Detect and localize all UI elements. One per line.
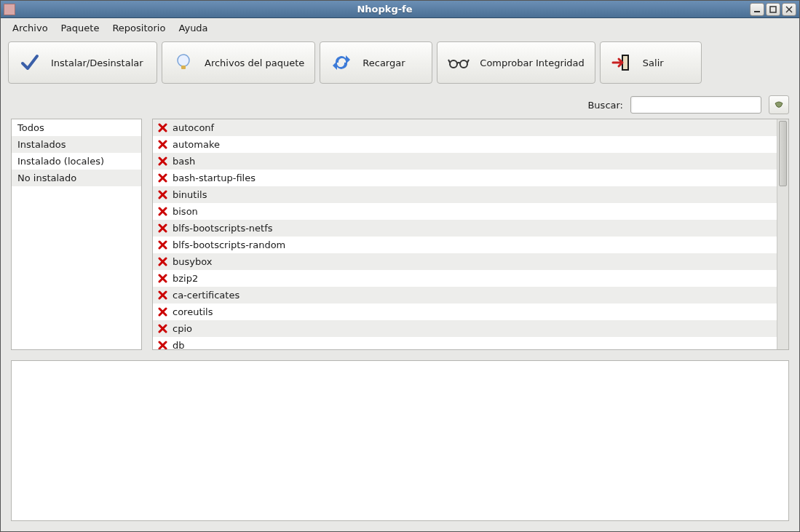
install-uninstall-button[interactable]: Instalar/Desinstalar <box>8 41 157 84</box>
clear-search-button[interactable] <box>769 95 789 114</box>
not-installed-icon <box>157 273 168 284</box>
package-name: bzip2 <box>173 273 198 284</box>
package-row[interactable]: db <box>153 337 777 349</box>
package-name: busybox <box>173 256 212 267</box>
integrity-label: Comprobar Integridad <box>480 57 585 68</box>
menu-paquete[interactable]: Paquete <box>55 20 106 36</box>
toolbar: Instalar/Desinstalar Archivos del paquet… <box>1 37 799 91</box>
sidebar-item-label: Instalados <box>17 139 66 150</box>
not-installed-icon <box>157 122 168 133</box>
package-name: binutils <box>173 189 207 200</box>
detail-pane <box>11 360 789 521</box>
svg-rect-5 <box>181 65 186 69</box>
maximize-icon <box>769 6 777 13</box>
package-row[interactable]: ca-certificates <box>153 287 777 303</box>
not-installed-icon <box>157 239 168 250</box>
install-label: Instalar/Desinstalar <box>51 57 143 68</box>
package-name: db <box>173 340 185 349</box>
sidebar-item-label: Todos <box>17 122 44 133</box>
package-scrollbar[interactable] <box>777 119 788 349</box>
filter-sidebar: Todos Instalados Instalado (locales) No … <box>11 119 142 350</box>
sidebar-item-todos[interactable]: Todos <box>12 119 141 136</box>
package-name: blfs-bootscripts-netfs <box>173 223 273 234</box>
titlebar: Nhopkg-fe <box>1 1 799 18</box>
package-row[interactable]: automake <box>153 136 777 153</box>
scroll-thumb[interactable] <box>779 121 787 186</box>
sidebar-item-instalado-locales[interactable]: Instalado (locales) <box>12 153 141 170</box>
reload-label: Recargar <box>363 57 405 68</box>
exit-icon <box>611 52 633 74</box>
exit-button[interactable]: Salir <box>600 41 702 84</box>
sidebar-item-label: Instalado (locales) <box>17 156 104 167</box>
sidebar-item-label: No instalado <box>17 172 76 183</box>
svg-line-8 <box>448 60 450 63</box>
package-files-button[interactable]: Archivos del paquete <box>162 41 315 84</box>
not-installed-icon <box>157 172 168 183</box>
menubar: Archivo Paquete Repositorio Ayuda <box>1 18 799 37</box>
svg-rect-1 <box>770 7 776 12</box>
check-integrity-button[interactable]: Comprobar Integridad <box>437 41 595 84</box>
menu-repositorio[interactable]: Repositorio <box>106 20 171 36</box>
package-row[interactable]: blfs-bootscripts-random <box>153 237 777 253</box>
minimize-icon <box>753 6 761 13</box>
close-icon <box>785 6 793 13</box>
not-installed-icon <box>157 139 168 150</box>
package-name: bash-startup-files <box>173 172 256 183</box>
reload-button[interactable]: Recargar <box>320 41 432 84</box>
package-name: ca-certificates <box>173 290 239 301</box>
package-name: autoconf <box>173 122 214 133</box>
package-name: automake <box>173 139 220 150</box>
svg-point-6 <box>450 60 457 68</box>
package-row[interactable]: bison <box>153 203 777 220</box>
package-row[interactable]: cpio <box>153 320 777 337</box>
sidebar-item-instalados[interactable]: Instalados <box>12 136 141 153</box>
app-window: Nhopkg-fe Archivo Paquete Repositorio Ay… <box>0 0 800 532</box>
not-installed-icon <box>157 223 168 234</box>
package-row[interactable]: autoconf <box>153 119 777 136</box>
package-list[interactable]: autoconfautomakebashbash-startup-filesbi… <box>153 119 777 349</box>
not-installed-icon <box>157 290 168 301</box>
exit-label: Salir <box>643 57 664 68</box>
package-name: cpio <box>173 323 192 334</box>
package-row[interactable]: busybox <box>153 253 777 270</box>
package-row[interactable]: bash <box>153 153 777 170</box>
package-name: bison <box>173 206 198 217</box>
svg-line-9 <box>467 60 469 63</box>
minimize-button[interactable] <box>750 3 764 16</box>
window-title: Nhopkg-fe <box>20 4 750 15</box>
package-row[interactable]: coreutils <box>153 303 777 320</box>
package-name: blfs-bootscripts-random <box>173 239 285 250</box>
svg-rect-11 <box>623 56 627 69</box>
not-installed-icon <box>157 189 168 200</box>
glasses-icon <box>448 52 470 74</box>
clear-icon <box>773 99 785 111</box>
svg-point-7 <box>460 60 467 68</box>
close-button[interactable] <box>782 3 796 16</box>
not-installed-icon <box>157 323 168 334</box>
package-name: bash <box>173 156 195 167</box>
files-label: Archivos del paquete <box>205 57 304 68</box>
menu-ayuda[interactable]: Ayuda <box>173 20 213 36</box>
sidebar-item-no-instalado[interactable]: No instalado <box>12 170 141 186</box>
window-controls <box>750 3 796 16</box>
not-installed-icon <box>157 156 168 167</box>
package-row[interactable]: blfs-bootscripts-netfs <box>153 220 777 237</box>
searchbar: Buscar: <box>1 91 799 119</box>
checkmark-icon <box>19 52 41 74</box>
not-installed-icon <box>157 306 168 317</box>
not-installed-icon <box>157 206 168 217</box>
package-list-wrap: autoconfautomakebashbash-startup-filesbi… <box>152 119 789 350</box>
search-input[interactable] <box>630 96 761 114</box>
menu-archivo[interactable]: Archivo <box>7 20 54 36</box>
package-row[interactable]: bash-startup-files <box>153 170 777 186</box>
upper-pane: Todos Instalados Instalado (locales) No … <box>11 119 789 350</box>
package-name: coreutils <box>173 306 213 317</box>
main-area: Todos Instalados Instalado (locales) No … <box>1 119 799 531</box>
not-installed-icon <box>157 340 168 349</box>
package-row[interactable]: bzip2 <box>153 270 777 287</box>
app-icon <box>4 4 15 15</box>
search-label: Buscar: <box>587 100 623 111</box>
package-row[interactable]: binutils <box>153 186 777 203</box>
maximize-button[interactable] <box>766 3 780 16</box>
svg-point-4 <box>178 55 189 66</box>
